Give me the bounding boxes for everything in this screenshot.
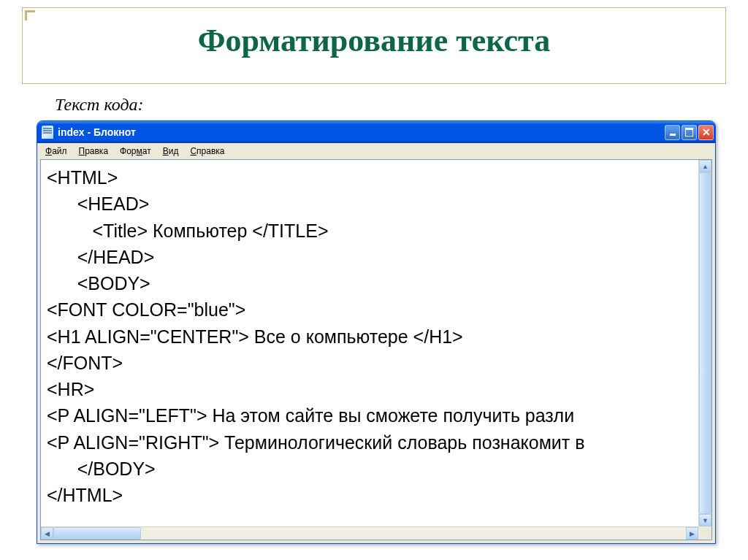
- code-line: <HTML>: [47, 167, 118, 188]
- text-editor[interactable]: <HTML> <HEAD> <Title> Компьютер </TITLE>…: [41, 160, 698, 526]
- slide-title: Форматирование текста: [0, 22, 748, 59]
- code-line: <P ALIGN="RIGHT"> Терминологический слов…: [47, 432, 585, 453]
- scroll-left-icon[interactable]: ◀: [41, 527, 53, 540]
- vertical-scrollbar[interactable]: ▲ ▼: [698, 160, 711, 526]
- window-title: index - Блокнот: [58, 126, 665, 138]
- code-line: <HEAD>: [47, 193, 149, 214]
- close-button[interactable]: ✕: [698, 125, 714, 140]
- code-line: <P ALIGN="LEFT"> На этом сайте вы сможет…: [47, 405, 574, 426]
- minimize-button[interactable]: [665, 125, 680, 140]
- scroll-corner: [698, 526, 711, 540]
- corner-decoration: [25, 10, 35, 20]
- code-line: <HR>: [47, 379, 94, 399]
- maximize-button[interactable]: [682, 125, 697, 140]
- menu-edit[interactable]: Правка: [74, 145, 114, 158]
- code-line: </BODY>: [47, 459, 156, 479]
- menu-format[interactable]: Формат: [115, 145, 156, 158]
- menu-help[interactable]: Справка: [185, 145, 229, 158]
- scroll-down-icon[interactable]: ▼: [699, 514, 711, 526]
- scroll-up-icon[interactable]: ▲: [699, 160, 711, 172]
- scroll-thumb[interactable]: [699, 172, 711, 514]
- slide-subtitle: Текст кода:: [55, 95, 144, 115]
- window-controls: ✕: [665, 125, 714, 140]
- code-line: </HTML>: [47, 485, 123, 505]
- code-line: <FONT COLOR="blue">: [47, 299, 245, 320]
- notepad-icon: [42, 126, 53, 139]
- code-line: </FONT>: [47, 353, 123, 373]
- code-line: <BODY>: [47, 273, 150, 294]
- menubar: Файл Правка Формат Вид Справка: [37, 143, 715, 159]
- notepad-window: index - Блокнот ✕ Файл Правка Формат Вид…: [37, 120, 716, 544]
- scroll-thumb[interactable]: [53, 527, 141, 540]
- menu-file[interactable]: Файл: [40, 145, 72, 158]
- horizontal-scrollbar[interactable]: ◀ ▶: [41, 526, 698, 540]
- titlebar[interactable]: index - Блокнот ✕: [37, 121, 715, 143]
- code-line: </HEAD>: [47, 247, 154, 267]
- code-line: <Title> Компьютер </TITLE>: [47, 220, 329, 241]
- editor-container: <HTML> <HEAD> <Title> Компьютер </TITLE>…: [40, 159, 712, 540]
- menu-view[interactable]: Вид: [158, 145, 184, 158]
- code-line: <H1 ALIGN="CENTER"> Все о компьютере </H…: [47, 326, 463, 347]
- scroll-right-icon[interactable]: ▶: [686, 527, 698, 540]
